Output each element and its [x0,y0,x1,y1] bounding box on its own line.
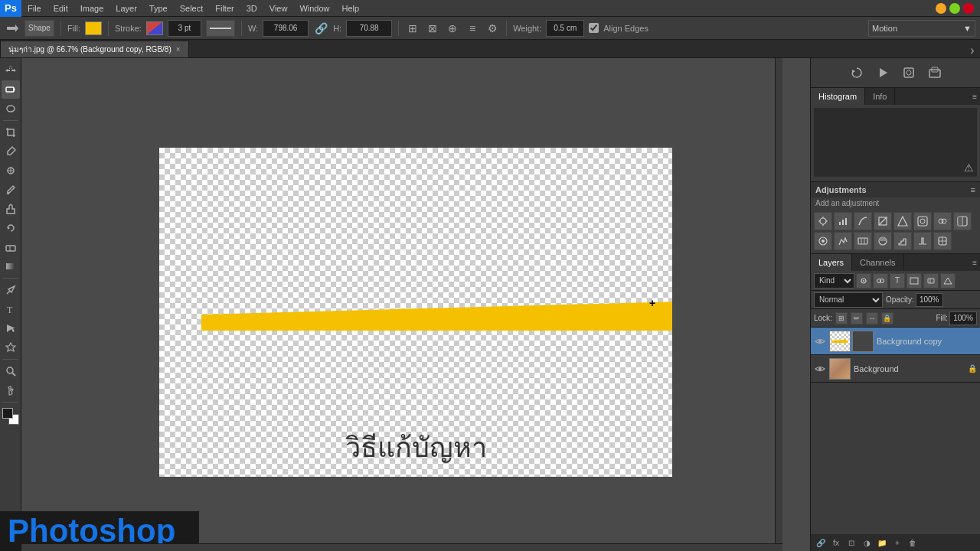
lock-all-btn[interactable]: 🔒 [881,312,893,324]
selectivecolor-adj[interactable] [933,232,952,250]
shape-picker[interactable]: Shape [24,20,54,37]
layer-style-btn[interactable]: fx [829,536,843,549]
menu-type[interactable]: Type [143,0,174,16]
align-edges-checkbox[interactable] [589,23,599,33]
vertical-scrollbar[interactable] [775,58,782,543]
layer-filter-type[interactable]: T [890,273,905,289]
menu-3d[interactable]: 3D [240,0,263,16]
stroke-size-input[interactable] [168,20,201,37]
lock-paint-btn[interactable]: ✏ [851,312,863,324]
play-panel-icon[interactable] [871,61,894,84]
distribute-icon[interactable]: ⊠ [425,21,440,36]
height-input[interactable] [346,20,392,37]
layer-filter-shape[interactable] [906,273,922,289]
menu-help[interactable]: Help [336,0,366,16]
layer-group-btn[interactable]: 📁 [875,536,889,549]
exposure-adj[interactable] [874,212,892,230]
tab-scroll-right[interactable]: › [965,44,980,57]
lock-move-btn[interactable]: ↔ [866,312,878,324]
width-input[interactable] [263,20,309,37]
stroke-style-btn[interactable] [206,20,235,37]
huesat-adj[interactable] [913,212,932,230]
layer-visibility-toggle-copy[interactable] [814,335,826,347]
gradient-tool[interactable] [2,257,20,276]
curves-adj[interactable] [854,212,872,230]
menu-view[interactable]: View [263,0,294,16]
menu-edit[interactable]: Edit [47,0,74,16]
custom-shape-tool[interactable] [2,338,20,357]
invert-adj[interactable] [874,232,892,250]
lock-transparent-btn[interactable]: ⊞ [835,312,848,324]
channels-tab[interactable]: Channels [852,254,903,271]
motion-dropdown[interactable]: Motion ▼ [868,20,975,37]
opacity-input[interactable] [916,293,943,307]
horizontal-scrollbar[interactable] [21,543,782,551]
path-select-tool[interactable] [2,319,20,337]
menu-filter[interactable]: Filter [209,0,240,16]
layer-filter-color[interactable] [940,273,956,289]
minimize-button[interactable]: − [936,3,946,14]
path-ops-icon[interactable]: ⊕ [445,21,460,36]
lasso-tool[interactable] [2,99,20,118]
layers-tab[interactable]: Layers [811,254,852,271]
info-tab[interactable]: Info [865,88,895,105]
close-button[interactable]: × [963,3,974,14]
move-tool[interactable] [2,61,20,80]
adjustments-panel-menu[interactable]: ≡ [971,185,975,194]
path-align-icon[interactable]: ≡ [465,21,480,36]
heal-tool[interactable] [2,161,20,180]
history-panel-icon[interactable] [845,61,868,84]
text-tool[interactable]: T [2,300,20,318]
stroke-color-swatch[interactable] [146,21,163,35]
layer-item-background[interactable]: Background 🔒 [811,355,980,383]
histogram-tab[interactable]: Histogram [811,88,865,105]
smart-object-icon[interactable] [897,61,920,84]
shape-tool[interactable] [2,80,20,99]
eraser-tool[interactable] [2,238,20,256]
weight-input[interactable] [546,20,584,37]
pen-tool[interactable] [2,281,20,299]
tab-close[interactable]: × [176,45,181,54]
layer-filter-adjustment[interactable] [873,273,888,289]
hand-tool[interactable] [2,381,20,399]
layer-visibility-toggle-bg[interactable] [814,363,826,375]
levels-adj[interactable] [834,212,852,230]
zoom-tool[interactable] [2,362,20,380]
colorbalance-adj[interactable] [933,212,952,230]
menu-layer[interactable]: Layer [109,0,143,16]
layer-link-btn[interactable]: 🔗 [814,536,828,549]
document-tab[interactable]: นุ่มๆก่า.jpg @ 66.7% (Background copy, R… [0,41,189,57]
color-swatches[interactable] [2,408,19,425]
history-tool[interactable] [2,219,20,237]
vibrance-adj[interactable] [893,212,912,230]
menu-image[interactable]: Image [74,0,110,16]
settings-icon[interactable]: ⚙ [485,21,500,36]
blend-mode-select[interactable]: Normal Multiply Screen Overlay [814,292,883,308]
colorlookup-adj[interactable] [854,232,872,250]
layer-new-btn[interactable]: + [890,536,904,549]
link-icon[interactable]: 🔗 [313,21,328,36]
posterize-adj[interactable] [893,232,912,250]
layer-delete-btn[interactable]: 🗑 [906,536,920,549]
layer-item-background-copy[interactable]: Background copy [811,328,980,355]
menu-select[interactable]: Select [174,0,210,16]
photofilter-adj[interactable] [814,232,832,250]
layer-filter-smart[interactable] [923,273,939,289]
layer-mask-btn[interactable]: ⊡ [844,536,858,549]
maximize-button[interactable]: □ [949,3,960,14]
layer-kind-select[interactable]: Kind Name Effect [814,273,854,289]
threshold-adj[interactable] [913,232,932,250]
layers-panel-menu[interactable]: ≡ [969,254,980,271]
channelmixer-adj[interactable] [834,232,852,250]
layer-filter-visibility[interactable] [856,273,871,289]
eyedropper-tool[interactable] [2,142,20,161]
fill-color-swatch[interactable] [85,21,102,35]
bw-adj[interactable] [953,212,972,230]
fill-input[interactable] [949,311,977,325]
crop-tool[interactable] [2,123,20,142]
canvas-area[interactable]: + วิธีแก้บัญหา [21,58,810,551]
brightness-adj[interactable] [814,212,832,230]
menu-file[interactable]: File [21,0,47,16]
align-icon[interactable]: ⊞ [405,21,420,36]
foreground-color-swatch[interactable] [2,408,13,419]
